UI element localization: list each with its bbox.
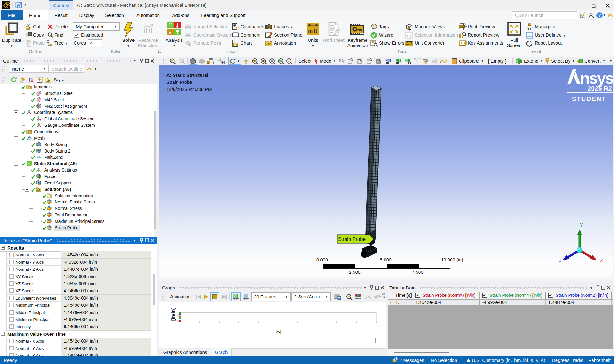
svg-text:X: X [600,258,603,263]
svg-text:77: 77 [169,23,172,26]
svg-text:m: m [406,43,409,46]
svg-text:±: ± [169,30,171,35]
svg-text:199: 199 [424,60,427,62]
svg-text:ft: ft [314,28,317,34]
svg-text:ft: ft [410,43,412,46]
svg-text:Strain Probe: Strain Probe [338,237,366,242]
svg-text:C: C [236,26,239,31]
svg-text:Z: Z [559,258,561,263]
svg-text:m: m [308,28,313,34]
svg-text:STUDENT: STUDENT [572,95,606,102]
svg-text:?: ? [598,13,601,18]
svg-text:77: 77 [28,162,31,165]
svg-text:Abc: Abc [266,42,271,45]
svg-text:Y: Y [580,222,583,227]
svg-text:2025 R2: 2025 R2 [588,85,612,92]
